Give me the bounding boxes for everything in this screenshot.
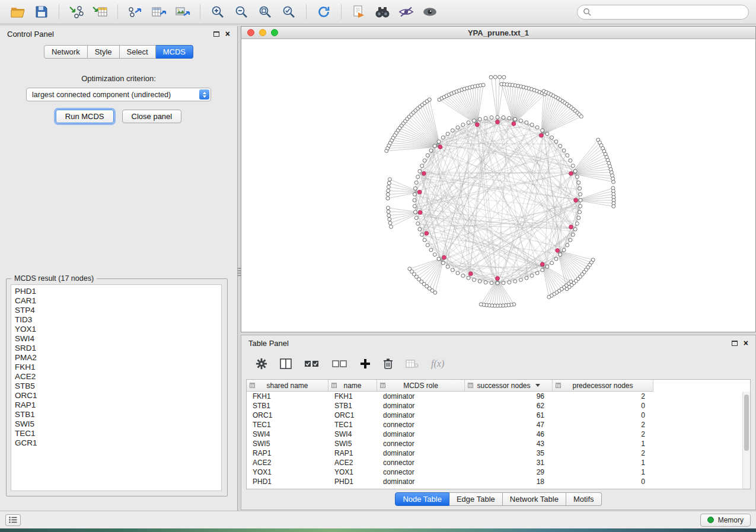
cell-successor-nodes: 62 — [465, 402, 553, 410]
table-row[interactable]: TEC1 TEC1 connector 47 2 — [247, 420, 750, 430]
result-node[interactable]: TID3 — [15, 315, 221, 325]
table-row[interactable]: YOX1 YOX1 connector 29 1 — [247, 467, 750, 477]
zoom-in-button[interactable] — [207, 2, 228, 21]
cell-successor-nodes: 46 — [465, 430, 553, 438]
table-scrollbar-thumb[interactable] — [744, 395, 749, 451]
columns-icon — [280, 358, 292, 369]
open-file-button[interactable] — [7, 2, 28, 21]
search-input[interactable] — [595, 8, 743, 16]
table-row[interactable]: STB1 STB1 dominator 62 0 — [247, 401, 750, 411]
import-table-button[interactable] — [90, 2, 111, 21]
task-history-button[interactable] — [5, 514, 21, 526]
cell-predecessor-nodes: 2 — [553, 392, 653, 400]
import-network-button[interactable] — [66, 2, 87, 21]
zoom-selected-button[interactable] — [278, 2, 299, 21]
optimization-criterion-label: Optimization criterion: — [0, 74, 237, 83]
search-box[interactable] — [577, 5, 749, 20]
table-row[interactable]: ACE2 ACE2 connector 31 1 — [247, 458, 750, 467]
close-window-icon[interactable] — [247, 29, 254, 36]
result-node[interactable]: TEC1 — [15, 429, 221, 438]
zoom-fit-button[interactable] — [254, 2, 276, 21]
result-node[interactable]: PHD1 — [15, 287, 221, 296]
result-node[interactable]: SWI4 — [15, 334, 221, 344]
delete-column-button[interactable] — [383, 358, 393, 370]
show-all-button[interactable] — [419, 2, 441, 21]
result-node[interactable]: RAP1 — [15, 400, 221, 410]
table-scrollbar[interactable] — [742, 392, 750, 489]
close-panel-button[interactable]: Close panel — [122, 110, 182, 123]
column-header-successor-nodes[interactable]: successor nodes — [465, 380, 553, 392]
toolbar-separator — [59, 4, 59, 20]
cell-predecessor-nodes: 1 — [553, 468, 653, 476]
refresh-layout-button[interactable] — [313, 2, 334, 21]
export-image-button[interactable] — [172, 2, 193, 21]
column-header-mcds-role[interactable]: MCDS role — [377, 380, 465, 392]
tab-motifs[interactable]: Motifs — [566, 492, 602, 506]
tab-node-table[interactable]: Node Table — [395, 492, 449, 506]
deselect-all-button[interactable] — [332, 360, 347, 368]
show-columns-button[interactable] — [280, 358, 292, 369]
result-node[interactable]: PMA2 — [15, 353, 221, 363]
maximize-window-icon[interactable] — [271, 29, 278, 36]
table-settings-button[interactable] — [256, 358, 267, 370]
tab-mcds[interactable]: MCDS — [156, 45, 193, 59]
search-network-button[interactable] — [372, 2, 393, 21]
memory-button[interactable]: Memory — [700, 514, 751, 527]
float-panel-icon[interactable] — [213, 31, 219, 37]
cell-shared-name: SWI4 — [247, 430, 328, 438]
hide-selected-button[interactable] — [395, 2, 417, 21]
network-canvas[interactable] — [241, 39, 755, 332]
table-row[interactable]: ORC1 ORC1 dominator 61 0 — [247, 411, 750, 420]
close-table-panel-icon[interactable]: × — [744, 340, 748, 346]
copy-network-button[interactable] — [348, 2, 369, 21]
plus-icon — [360, 358, 371, 369]
column-header-shared-name[interactable]: shared name — [247, 380, 328, 392]
column-label: predecessor nodes — [572, 382, 633, 390]
tab-network-table[interactable]: Network Table — [503, 492, 566, 506]
select-all-button[interactable] — [304, 360, 320, 368]
tab-network[interactable]: Network — [44, 45, 88, 59]
cell-name: FKH1 — [328, 392, 377, 400]
export-network-button[interactable] — [125, 2, 146, 21]
folder-icon — [10, 5, 25, 18]
result-node[interactable]: YOX1 — [15, 325, 221, 334]
add-column-button[interactable] — [360, 358, 371, 369]
column-header-predecessor-nodes[interactable]: predecessor nodes — [553, 380, 653, 392]
export-table-icon — [151, 5, 167, 19]
result-node[interactable]: SWI5 — [15, 419, 221, 429]
column-header-name[interactable]: name — [328, 380, 377, 392]
table-row[interactable]: PHD1 PHD1 dominator 18 0 — [247, 477, 750, 486]
criterion-dropdown[interactable]: largest connected component (undirected) — [26, 88, 211, 101]
table-row[interactable]: SWI4 SWI4 dominator 46 2 — [247, 430, 750, 439]
cell-mcds-role: dominator — [377, 477, 465, 486]
result-node[interactable]: SRD1 — [15, 344, 221, 353]
float-table-panel-icon[interactable] — [732, 341, 738, 346]
save-session-button[interactable] — [31, 2, 52, 21]
result-node[interactable]: FKH1 — [15, 363, 221, 372]
result-node[interactable]: STB1 — [15, 410, 221, 419]
minimize-window-icon[interactable] — [259, 29, 266, 36]
result-node[interactable]: ACE2 — [15, 372, 221, 382]
tab-style[interactable]: Style — [88, 45, 120, 59]
zoom-out-button[interactable] — [231, 2, 252, 21]
tab-edge-table[interactable]: Edge Table — [449, 492, 503, 506]
status-bar: Memory — [0, 511, 756, 528]
result-node[interactable]: STB5 — [15, 382, 221, 391]
result-node[interactable]: ORC1 — [15, 391, 221, 400]
trash-icon — [383, 358, 393, 370]
control-panel-title: Control Panel — [7, 30, 54, 39]
table-row[interactable]: RAP1 RAP1 dominator 35 2 — [247, 448, 750, 458]
network-window-titlebar[interactable]: YPA_prune.txt_1 — [241, 27, 755, 39]
cell-successor-nodes: 18 — [465, 477, 553, 486]
result-node[interactable]: CAR1 — [15, 296, 221, 306]
toolbar-separator — [306, 4, 307, 20]
run-mcds-button[interactable]: Run MCDS — [56, 110, 114, 123]
result-node[interactable]: STP4 — [15, 306, 221, 315]
tab-select[interactable]: Select — [120, 45, 156, 59]
search-icon — [583, 8, 591, 16]
result-node[interactable]: GCR1 — [15, 438, 221, 448]
export-table-button[interactable] — [148, 2, 170, 21]
table-row[interactable]: SWI5 SWI5 connector 43 1 — [247, 439, 750, 448]
close-panel-icon[interactable]: × — [225, 31, 230, 37]
table-row[interactable]: FKH1 FKH1 dominator 96 2 — [247, 392, 750, 401]
